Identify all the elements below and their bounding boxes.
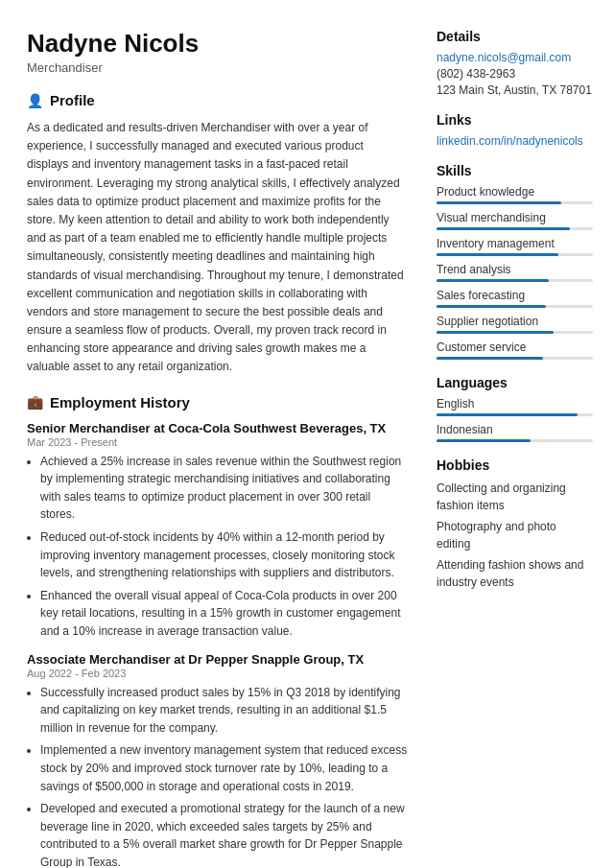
email[interactable]: nadyne.nicols@gmail.com <box>437 51 593 64</box>
skill-bar-fill <box>437 279 549 282</box>
skill-bar-fill <box>437 305 546 308</box>
phone: (802) 438-2963 <box>437 67 593 81</box>
list-item: Reduced out-of-stock incidents by 40% wi… <box>40 528 408 582</box>
linkedin-link[interactable]: linkedin.com/in/nadynenicols <box>437 134 593 148</box>
skill-bar-fill <box>437 201 561 204</box>
jobs-list: Senior Merchandiser at Coca-Cola Southwe… <box>27 421 408 868</box>
right-column: Details nadyne.nicols@gmail.com (802) 43… <box>427 29 614 868</box>
skill-bar-bg <box>437 253 593 256</box>
skill-bar-fill <box>437 227 570 230</box>
hobbies-header: Hobbies <box>437 457 593 473</box>
hobbies-list: Collecting and organizing fashion itemsP… <box>437 480 593 591</box>
skill-bar-bg <box>437 227 593 230</box>
candidate-name: Nadyne Nicols <box>27 29 408 59</box>
skill-item: Product knowledge <box>437 185 593 204</box>
language-bar-fill <box>437 413 578 416</box>
languages-section: Languages EnglishIndonesian <box>437 375 593 442</box>
skill-label: Customer service <box>437 340 593 354</box>
header-section: Nadyne Nicols Merchandiser <box>27 29 408 75</box>
skill-label: Inventory management <box>437 237 593 250</box>
skill-item: Inventory management <box>437 237 593 256</box>
employment-icon: 💼 <box>27 394 43 410</box>
skill-item: Customer service <box>437 340 593 360</box>
skills-section: Skills Product knowledgeVisual merchandi… <box>437 163 593 360</box>
skill-item: Visual merchandising <box>437 211 593 230</box>
skills-list: Product knowledgeVisual merchandisingInv… <box>437 185 593 360</box>
hobby-item: Attending fashion shows and industry eve… <box>437 556 593 591</box>
skill-item: Trend analysis <box>437 263 593 282</box>
skill-bar-bg <box>437 305 593 308</box>
job-item: Associate Merchandiser at Dr Pepper Snap… <box>27 652 408 868</box>
profile-text: As a dedicated and results-driven Mercha… <box>27 119 408 377</box>
skill-bar-bg <box>437 201 593 204</box>
language-bar-bg <box>437 439 593 442</box>
job-item: Senior Merchandiser at Coca-Cola Southwe… <box>27 421 408 641</box>
job-bullets: Successfully increased product sales by … <box>40 684 408 868</box>
list-item: Achieved a 25% increase in sales revenue… <box>40 453 408 524</box>
list-item: Implemented a new inventory management s… <box>40 741 408 795</box>
skill-bar-bg <box>437 331 593 334</box>
job-date: Mar 2023 - Present <box>27 436 408 448</box>
resume-page: Nadyne Nicols Merchandiser 👤 Profile As … <box>0 0 614 868</box>
skill-item: Supplier negotiation <box>437 315 593 334</box>
links-header: Links <box>437 112 593 128</box>
skill-item: Sales forecasting <box>437 289 593 308</box>
skills-header: Skills <box>437 163 593 178</box>
language-bar-bg <box>437 413 593 416</box>
skill-label: Product knowledge <box>437 185 593 199</box>
language-item: Indonesian <box>437 423 593 442</box>
list-item: Enhanced the overall visual appeal of Co… <box>40 587 408 641</box>
languages-list: EnglishIndonesian <box>437 397 593 442</box>
links-section: Links linkedin.com/in/nadynenicols <box>437 112 593 148</box>
list-item: Successfully increased product sales by … <box>40 684 408 738</box>
language-item: English <box>437 397 593 416</box>
left-column: Nadyne Nicols Merchandiser 👤 Profile As … <box>0 29 427 868</box>
skill-bar-fill <box>437 253 558 256</box>
skill-label: Trend analysis <box>437 263 593 276</box>
hobby-item: Collecting and organizing fashion items <box>437 480 593 514</box>
employment-section: 💼 Employment History Senior Merchandiser… <box>27 394 408 868</box>
skill-bar-bg <box>437 357 593 360</box>
details-header: Details <box>437 29 593 44</box>
profile-icon: 👤 <box>27 93 43 108</box>
skill-label: Visual merchandising <box>437 211 593 224</box>
profile-section: 👤 Profile As a dedicated and results-dri… <box>27 92 408 377</box>
details-section: Details nadyne.nicols@gmail.com (802) 43… <box>437 29 593 97</box>
job-date: Aug 2022 - Feb 2023 <box>27 668 408 679</box>
job-title: Senior Merchandiser at Coca-Cola Southwe… <box>27 421 408 435</box>
employment-header: 💼 Employment History <box>27 394 408 413</box>
skill-bar-fill <box>437 331 554 334</box>
address: 123 Main St, Austin, TX 78701 <box>437 83 593 97</box>
skill-label: Supplier negotiation <box>437 315 593 328</box>
candidate-title: Merchandiser <box>27 60 408 75</box>
job-bullets: Achieved a 25% increase in sales revenue… <box>40 453 408 641</box>
hobby-item: Photography and photo editing <box>437 518 593 552</box>
language-label: Indonesian <box>437 423 593 436</box>
profile-header: 👤 Profile <box>27 92 408 111</box>
list-item: Developed and executed a promotional str… <box>40 800 408 868</box>
skill-bar-fill <box>437 357 543 360</box>
job-title: Associate Merchandiser at Dr Pepper Snap… <box>27 652 408 667</box>
skill-bar-bg <box>437 279 593 282</box>
language-label: English <box>437 397 593 411</box>
language-bar-fill <box>437 439 531 442</box>
hobbies-section: Hobbies Collecting and organizing fashio… <box>437 457 593 591</box>
skill-label: Sales forecasting <box>437 289 593 302</box>
languages-header: Languages <box>437 375 593 390</box>
